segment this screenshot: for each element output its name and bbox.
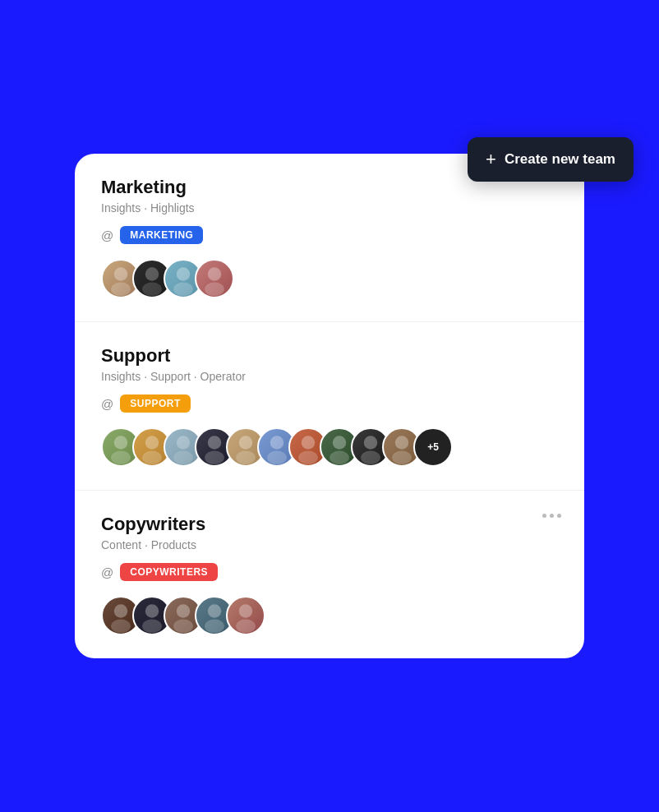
svg-point-2 [145,267,159,281]
handle-badge-marketing: MARKETING [120,226,203,244]
team-name-support: Support [101,345,558,367]
svg-point-27 [392,451,412,465]
svg-point-11 [142,451,162,465]
svg-point-6 [208,267,222,281]
svg-point-0 [114,267,128,281]
svg-point-4 [177,267,191,281]
svg-point-29 [111,620,131,634]
svg-point-1 [111,283,131,297]
team-handle-row-marketing: @ MARKETING [101,226,558,244]
at-symbol-marketing: @ [101,228,113,242]
svg-point-7 [205,283,224,297]
team-card-copywriters: Copywriters Content · Products @ COPYWRI… [75,491,584,658]
svg-point-16 [239,436,253,450]
phone-frame: Marketing Insights · Highligts @ MARKETI… [50,28,609,784]
svg-point-5 [173,283,193,297]
svg-point-20 [302,436,316,450]
team-tags-marketing: Insights · Highligts [101,201,558,215]
avatars-support: +5 [101,427,558,467]
svg-point-8 [114,436,128,450]
svg-point-15 [205,451,224,465]
svg-point-25 [361,451,380,465]
create-new-team-tooltip[interactable]: + Create new team [468,137,634,182]
svg-point-23 [330,451,349,465]
handle-badge-copywriters: COPYWRITERS [120,563,218,581]
svg-point-31 [142,620,162,634]
team-handle-row-support: @ SUPPORT [101,394,558,413]
svg-point-37 [236,620,256,634]
svg-point-35 [205,620,224,634]
svg-point-21 [298,451,318,465]
svg-point-18 [270,436,284,450]
svg-point-33 [173,620,193,634]
at-symbol-copywriters: @ [101,565,113,579]
team-name-copywriters: Copywriters [101,514,558,535]
svg-point-32 [177,604,191,618]
avatars-marketing [101,259,558,298]
avatar-more-count: +5 [413,427,453,467]
svg-point-22 [333,436,347,450]
svg-point-34 [208,604,222,618]
more-options-copywriters[interactable] [542,514,561,518]
svg-point-24 [364,436,378,450]
svg-point-30 [145,604,159,618]
svg-point-36 [239,604,253,618]
svg-point-17 [236,451,256,465]
svg-point-13 [173,451,193,465]
create-team-label: Create new team [505,151,615,168]
card-container: Marketing Insights · Highligts @ MARKETI… [75,154,584,658]
handle-badge-support: SUPPORT [120,394,191,413]
svg-point-26 [395,436,409,450]
team-handle-row-copywriters: @ COPYWRITERS [101,563,558,581]
svg-point-10 [145,436,159,450]
team-card-marketing: Marketing Insights · Highligts @ MARKETI… [75,154,584,322]
team-card-support: Support Insights · Support · Operator @ … [75,322,584,491]
svg-point-28 [114,604,128,618]
svg-point-3 [142,283,162,297]
avatar [195,259,234,298]
plus-icon: + [486,149,496,170]
at-symbol-support: @ [101,397,113,411]
svg-point-9 [111,451,131,465]
avatars-copywriters [101,596,558,635]
team-tags-support: Insights · Support · Operator [101,370,558,383]
team-tags-copywriters: Content · Products [101,538,558,551]
svg-point-14 [208,436,222,450]
svg-point-19 [267,451,287,465]
svg-point-12 [177,436,191,450]
avatar [226,596,265,635]
